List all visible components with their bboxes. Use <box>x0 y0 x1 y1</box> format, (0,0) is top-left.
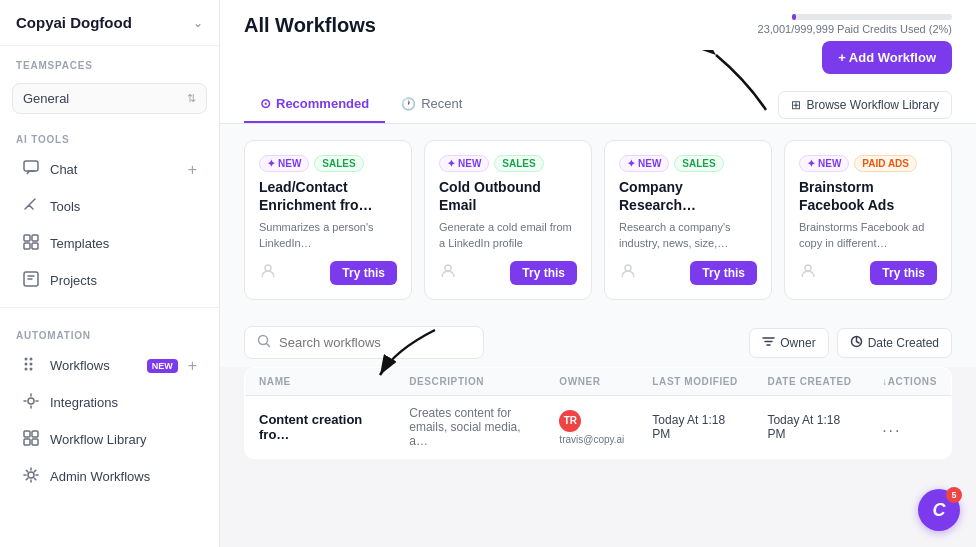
col-date-created: DATE CREATED <box>753 368 868 396</box>
owner-filter-icon <box>762 335 775 351</box>
try-button-0[interactable]: Try this <box>330 261 397 285</box>
sidebar-item-templates[interactable]: Templates <box>6 226 213 261</box>
card-title-1: Cold Outbound Email <box>439 178 577 214</box>
cards-grid: ✦ NEW SALES Lead/Contact Enrichment fro…… <box>244 140 952 300</box>
workflows-label: Workflows <box>50 358 133 373</box>
tabs: ⊙ Recommended 🕐 Recent <box>244 86 478 123</box>
card-title-0: Lead/Contact Enrichment fro… <box>259 178 397 214</box>
svg-point-9 <box>30 358 33 361</box>
svg-rect-16 <box>32 439 38 445</box>
workflow-created-0: Today At 1:18 PM <box>753 396 868 459</box>
workflow-name-0: Content creation fro… <box>259 412 362 442</box>
card-desc-3: Brainstorms Facebook ad copy in differen… <box>799 220 937 251</box>
sidebar-item-projects[interactable]: Projects <box>6 263 213 298</box>
workflows-table-wrap: NAME DESCRIPTION OWNER LAST MODIFIED DAT… <box>220 367 976 475</box>
integrations-label: Integrations <box>50 395 197 410</box>
owner-filter-button[interactable]: Owner <box>749 328 828 358</box>
sidebar-item-admin-workflows[interactable]: Admin Workflows <box>6 459 213 494</box>
owner-email-0: travis@copy.ai <box>559 434 624 445</box>
sidebar-item-workflows[interactable]: Workflows NEW + <box>6 348 213 383</box>
card-brainstorm-facebook: ✦ NEW PAID ADS Brainstorm Facebook Ads B… <box>784 140 952 300</box>
credits-text: 23,001/999,999 Paid Credits Used (2%) <box>758 23 952 35</box>
sparkle-icon: ✦ <box>267 158 275 169</box>
filter-buttons: Owner Date Created <box>749 328 952 358</box>
ai-tools-label: AI TOOLS <box>0 120 219 151</box>
workflows-icon <box>22 356 40 375</box>
svg-rect-15 <box>24 439 30 445</box>
svg-point-22 <box>625 265 631 271</box>
workflow-desc-0: Creates content for emails, social media… <box>395 396 545 459</box>
try-button-3[interactable]: Try this <box>870 261 937 285</box>
svg-rect-0 <box>24 161 38 171</box>
card-lead-enrichment: ✦ NEW SALES Lead/Contact Enrichment fro…… <box>244 140 412 300</box>
svg-rect-3 <box>24 243 30 249</box>
teamspace-arrows-icon: ⇅ <box>187 92 196 105</box>
svg-rect-1 <box>24 235 30 241</box>
integrations-icon <box>22 393 40 412</box>
sidebar-item-integrations[interactable]: Integrations <box>6 385 213 420</box>
svg-rect-14 <box>32 431 38 437</box>
sidebar-logo: Copyai Dogfood <box>16 14 132 31</box>
card-company-research: ✦ NEW SALES Company Research… Research a… <box>604 140 772 300</box>
sidebar-chevron-icon[interactable]: ⌄ <box>193 16 203 30</box>
chat-label: Chat <box>50 162 178 177</box>
chat-badge-button[interactable]: C 5 <box>918 489 960 531</box>
teamspace-selector[interactable]: General ⇅ <box>12 83 207 114</box>
teamspaces-label: TEAMSPACES <box>0 46 219 77</box>
tab-recent[interactable]: 🕐 Recent <box>385 86 478 123</box>
tag-new-3: ✦ NEW <box>799 155 849 172</box>
search-wrap <box>244 326 484 359</box>
try-button-1[interactable]: Try this <box>510 261 577 285</box>
svg-rect-13 <box>24 431 30 437</box>
workflow-library-label: Workflow Library <box>50 432 197 447</box>
workflows-table: NAME DESCRIPTION OWNER LAST MODIFIED DAT… <box>244 367 952 459</box>
svg-point-8 <box>25 368 28 371</box>
card-title-3: Brainstorm Facebook Ads <box>799 178 937 214</box>
try-button-2[interactable]: Try this <box>690 261 757 285</box>
card-user-icon-0 <box>259 262 277 284</box>
svg-point-20 <box>265 265 271 271</box>
browse-workflow-library-button[interactable]: ⊞ Browse Workflow Library <box>778 91 952 119</box>
tab-recommended[interactable]: ⊙ Recommended <box>244 86 385 123</box>
workflow-cards-section: ✦ NEW SALES Lead/Contact Enrichment fro…… <box>220 124 976 316</box>
sidebar-item-tools[interactable]: Tools <box>6 189 213 224</box>
date-filter-icon <box>850 335 863 351</box>
sidebar: Copyai Dogfood ⌄ TEAMSPACES General ⇅ AI… <box>0 0 220 547</box>
chat-plus-icon[interactable]: + <box>188 161 197 179</box>
sparkle-icon-2: ✦ <box>627 158 635 169</box>
sidebar-item-chat[interactable]: Chat + <box>6 152 213 187</box>
automation-label: AUTOMATION <box>0 316 219 347</box>
search-input[interactable] <box>279 335 471 350</box>
tag-sales-0: SALES <box>314 155 363 172</box>
col-actions: ↓ACTIONS <box>868 368 951 396</box>
browse-icon: ⊞ <box>791 98 801 112</box>
sidebar-divider <box>0 307 219 308</box>
chat-notification-count: 5 <box>946 487 962 503</box>
col-last-modified: LAST MODIFIED <box>638 368 753 396</box>
svg-point-17 <box>28 472 34 478</box>
tag-paidads-3: PAID ADS <box>854 155 917 172</box>
col-name: NAME <box>245 368 396 396</box>
svg-point-11 <box>30 368 33 371</box>
tag-new-1: ✦ NEW <box>439 155 489 172</box>
sparkle-icon-3: ✦ <box>807 158 815 169</box>
col-description: DESCRIPTION <box>395 368 545 396</box>
sidebar-item-workflow-library[interactable]: Workflow Library <box>6 422 213 457</box>
page-title: All Workflows <box>244 14 376 49</box>
sparkle-icon-1: ✦ <box>447 158 455 169</box>
tag-sales-2: SALES <box>674 155 723 172</box>
card-desc-0: Summarizes a person's LinkedIn… <box>259 220 397 251</box>
workflows-plus-icon[interactable]: + <box>188 357 197 375</box>
workflow-actions-menu-0[interactable]: ... <box>882 418 901 435</box>
col-owner: OWNER <box>545 368 638 396</box>
recommended-icon: ⊙ <box>260 96 271 111</box>
date-filter-button[interactable]: Date Created <box>837 328 952 358</box>
svg-rect-2 <box>32 235 38 241</box>
chat-icon <box>22 160 40 179</box>
svg-point-23 <box>805 265 811 271</box>
credits-bar-fill <box>792 14 796 20</box>
add-workflow-button[interactable]: + Add Workflow <box>822 41 952 74</box>
svg-point-6 <box>25 358 28 361</box>
projects-icon <box>22 271 40 290</box>
table-row: Content creation fro… Creates content fo… <box>245 396 952 459</box>
